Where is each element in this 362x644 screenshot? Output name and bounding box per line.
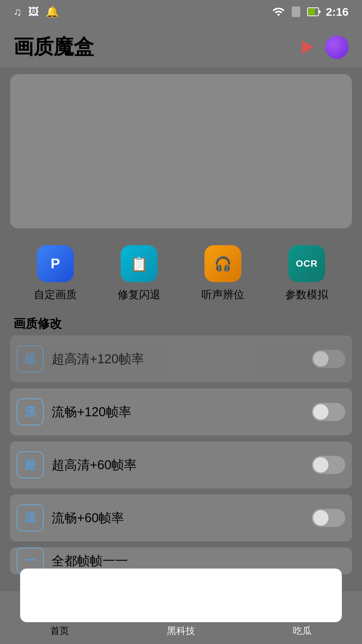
list-item[interactable]: 超 超高清+60帧率 xyxy=(10,441,352,488)
fix-crash-label: 修复闪退 xyxy=(118,287,161,302)
section-title: 画质修改 xyxy=(0,309,362,335)
list-item-text: 超高清+60帧率 xyxy=(52,457,304,474)
list-badge-text: 一 xyxy=(24,553,36,569)
sidebar-item-audio-locate[interactable]: 🎧 听声辨位 xyxy=(201,245,244,302)
list-badge-smooth120: 流 xyxy=(17,398,44,425)
audio-locate-label: 听声辨位 xyxy=(201,287,244,302)
list-badge-text: 超 xyxy=(24,351,36,367)
user-avatar[interactable] xyxy=(325,36,349,59)
audio-locate-icon: 🎧 xyxy=(204,245,241,282)
nav-label-melon: 吃瓜 xyxy=(293,625,312,637)
bell-icon: 🔔 xyxy=(46,5,59,18)
list-badge-text: 超 xyxy=(24,457,36,473)
toggle-knob xyxy=(313,457,328,473)
nav-label-home: 首页 xyxy=(50,625,69,637)
audio-locate-badge: 🎧 xyxy=(214,256,232,272)
svg-rect-2 xyxy=(308,8,315,15)
custom-quality-badge: P xyxy=(51,256,60,272)
list-item[interactable]: 流 流畅+60帧率 xyxy=(10,494,352,541)
tiktok-icon: ♫ xyxy=(13,6,21,18)
quick-actions-row: P 自定画质 📋 修复闪退 🎧 听声辨位 OCR 参数模拟 xyxy=(10,235,352,309)
toggle-knob xyxy=(313,404,328,420)
list-item-text: 流畅+120帧率 xyxy=(52,404,304,421)
svg-rect-0 xyxy=(292,6,300,17)
list-badge-smooth60: 流 xyxy=(17,504,44,531)
list-item[interactable]: 超 超高清+120帧率 xyxy=(10,335,352,382)
app-header: 画质魔盒 xyxy=(0,23,362,67)
nav-label-tech: 黑科技 xyxy=(167,625,195,637)
sim-icon xyxy=(290,5,302,18)
sidebar-item-custom-quality[interactable]: P 自定画质 xyxy=(34,245,77,302)
param-simulate-label: 参数模拟 xyxy=(285,287,328,302)
toggle-uhd60[interactable] xyxy=(312,456,345,474)
quality-list: 超 超高清+120帧率 流 流畅+120帧率 超 超高清+60帧率 流 流畅+6… xyxy=(0,335,362,574)
param-simulate-badge: OCR xyxy=(296,258,317,269)
fix-crash-icon: 📋 xyxy=(121,245,158,282)
status-right-icons: 2:16 xyxy=(272,5,349,18)
toggle-uhd120[interactable] xyxy=(312,350,345,368)
status-bar: ♫ 🖼 🔔 2:16 xyxy=(0,0,362,23)
header-action-icons[interactable] xyxy=(295,36,349,59)
app-title: 画质魔盒 xyxy=(13,34,94,61)
custom-quality-icon: P xyxy=(37,245,74,282)
banner-card xyxy=(10,74,352,228)
custom-quality-label: 自定画质 xyxy=(34,287,77,302)
list-badge-text: 流 xyxy=(24,510,36,526)
battery-icon xyxy=(307,5,321,18)
wifi-icon xyxy=(272,5,285,18)
list-badge-text: 流 xyxy=(24,404,36,420)
image-icon: 🖼 xyxy=(28,6,39,18)
param-simulate-icon: OCR xyxy=(288,245,325,282)
list-badge-uhd120: 超 xyxy=(17,345,44,372)
list-item-text-partial: 全都帧帧一一 xyxy=(52,552,345,570)
status-left-icons: ♫ 🖼 🔔 xyxy=(13,5,59,18)
time-display: 2:16 xyxy=(326,5,349,18)
toggle-knob xyxy=(313,510,328,526)
fix-crash-badge: 📋 xyxy=(130,256,148,272)
list-item-text: 流畅+60帧率 xyxy=(52,509,304,527)
play-button[interactable] xyxy=(295,36,318,59)
list-badge-uhd60: 超 xyxy=(17,451,44,478)
list-item-text: 超高清+120帧率 xyxy=(52,351,304,368)
list-item[interactable]: 流 流畅+120帧率 xyxy=(10,388,352,435)
toggle-smooth120[interactable] xyxy=(312,403,345,421)
modal-overlay xyxy=(20,569,342,622)
play-triangle-icon xyxy=(302,41,314,54)
toggle-knob xyxy=(313,351,328,367)
sidebar-item-fix-crash[interactable]: 📋 修复闪退 xyxy=(118,245,161,302)
toggle-smooth60[interactable] xyxy=(312,509,345,527)
sidebar-item-param-simulate[interactable]: OCR 参数模拟 xyxy=(285,245,328,302)
